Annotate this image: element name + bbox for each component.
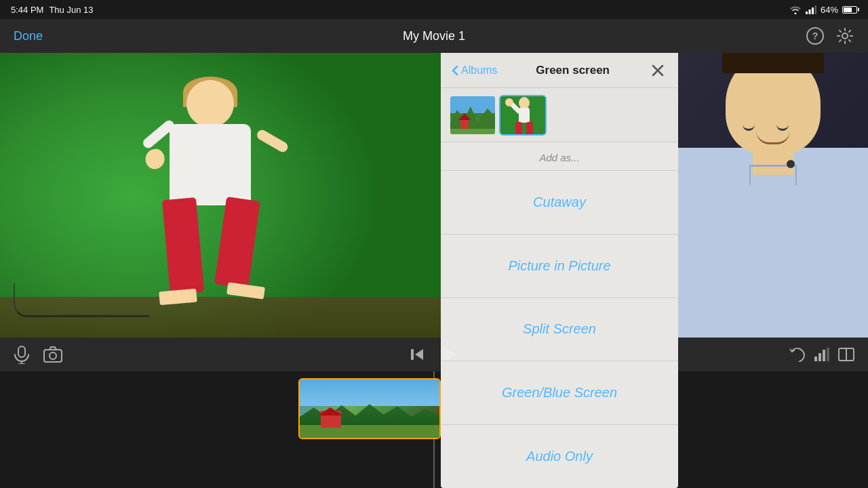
timeline-area: 20.6s — [0, 371, 868, 488]
svg-rect-28 — [526, 122, 533, 136]
toolbar-center: My Movie 1 — [403, 29, 465, 43]
face-bg — [678, 53, 868, 338]
menu-item-green-blue-screen[interactable]: Green/Blue Screen — [441, 361, 678, 424]
menu-item-picture-in-picture[interactable]: Picture in Picture — [441, 234, 678, 298]
face-hair — [722, 53, 824, 73]
menu-item-audio-only[interactable]: Audio Only — [441, 424, 678, 488]
help-button[interactable]: ? — [806, 26, 825, 45]
back-label: Albums — [461, 64, 497, 77]
chevron-left-icon — [452, 65, 458, 76]
menu-item-cutaway-label: Cutaway — [533, 195, 586, 210]
status-left: 5:44 PM Thu Jun 13 — [11, 5, 93, 15]
panel-title: Green screen — [505, 64, 640, 77]
skip-back-button[interactable] — [410, 347, 425, 362]
split-toggle-button[interactable] — [838, 348, 854, 361]
svg-point-30 — [505, 98, 513, 106]
clip-thumbnail — [300, 380, 439, 438]
svg-rect-15 — [823, 350, 825, 361]
person-arm-right — [255, 128, 290, 154]
movie-title: My Movie 1 — [403, 29, 465, 43]
camera-icon — [43, 346, 62, 363]
date-display: Thu Jun 13 — [49, 5, 93, 15]
time-display: 5:44 PM — [11, 5, 43, 15]
controls-right — [789, 347, 854, 362]
svg-rect-5 — [18, 346, 25, 357]
svg-rect-3 — [814, 5, 816, 14]
toolbar-left: Done — [14, 29, 43, 43]
svg-rect-2 — [812, 7, 814, 14]
status-bar: 5:44 PM Thu Jun 13 64% — [0, 0, 868, 19]
gear-icon — [836, 27, 854, 45]
volume-icon — [814, 348, 830, 361]
person-figure — [149, 80, 271, 304]
undo-icon — [789, 347, 806, 362]
camera-button[interactable] — [43, 346, 62, 363]
microphone-button[interactable] — [14, 345, 30, 364]
close-icon — [652, 64, 664, 77]
settings-button[interactable] — [835, 26, 854, 45]
wires — [14, 283, 149, 317]
undo-button[interactable] — [789, 347, 806, 362]
person-foot-right — [226, 282, 265, 299]
menu-item-split-screen[interactable]: Split Screen — [441, 298, 678, 361]
timeline-clip[interactable] — [298, 378, 441, 439]
face-area — [678, 53, 868, 338]
face-mic — [787, 160, 795, 168]
bottom-controls — [0, 338, 868, 371]
thumbnail-greenscreen[interactable] — [499, 95, 547, 136]
clip-sky — [300, 380, 439, 406]
svg-rect-22 — [460, 120, 469, 129]
help-icon: ? — [806, 27, 824, 45]
person-head — [186, 80, 234, 127]
thumbnail-greenscreen-img — [500, 96, 545, 134]
menu-item-cutaway[interactable]: Cutaway — [441, 170, 678, 234]
green-screen-bg — [0, 53, 441, 338]
svg-rect-1 — [808, 9, 810, 14]
svg-rect-27 — [515, 122, 522, 136]
done-button[interactable]: Done — [14, 29, 43, 43]
battery-icon — [842, 6, 857, 14]
toolbar-right: ? — [806, 26, 854, 45]
signal-icon — [806, 5, 816, 14]
wifi-icon — [789, 5, 802, 14]
volume-button[interactable] — [814, 348, 830, 361]
svg-rect-11 — [411, 349, 414, 360]
svg-rect-13 — [814, 357, 817, 361]
status-right: 64% — [789, 5, 857, 15]
svg-point-25 — [519, 97, 530, 109]
menu-item-audio-label: Audio Only — [526, 449, 593, 464]
add-as-label: Add as... — [441, 142, 678, 170]
microphone-icon — [14, 345, 30, 364]
person-leg-left — [162, 197, 204, 295]
svg-rect-8 — [44, 350, 62, 362]
skip-back-icon — [410, 347, 425, 362]
person-foot-left — [159, 289, 197, 306]
menu-item-pip-label: Picture in Picture — [508, 258, 610, 274]
close-button[interactable] — [648, 61, 667, 80]
person-body — [170, 124, 251, 205]
svg-marker-10 — [415, 349, 423, 360]
svg-rect-21 — [450, 129, 496, 136]
clip-building-roof — [318, 407, 342, 415]
thumbnail-landscape-img — [450, 96, 495, 134]
video-area — [0, 53, 441, 338]
thumbnail-landscape[interactable] — [449, 95, 496, 136]
svg-rect-0 — [806, 12, 808, 14]
top-toolbar: Done My Movie 1 ? — [0, 19, 868, 53]
panel-header: Albums Green screen — [441, 53, 678, 88]
person-hand — [144, 147, 166, 170]
svg-point-9 — [50, 352, 56, 359]
svg-rect-14 — [818, 353, 821, 361]
back-button[interactable]: Albums — [452, 64, 497, 77]
menu-item-greenblue-label: Green/Blue Screen — [502, 385, 617, 401]
thumbnails-row — [441, 88, 678, 142]
menu-item-split-label: Split Screen — [523, 321, 596, 337]
person-leg-right — [214, 197, 260, 289]
controls-left — [14, 345, 62, 364]
battery-percent: 64% — [821, 5, 838, 15]
menu-items: Cutaway Picture in Picture Split Screen … — [441, 170, 678, 488]
face-person — [678, 66, 868, 338]
split-icon — [838, 348, 854, 361]
svg-rect-16 — [827, 348, 829, 361]
svg-point-4 — [842, 33, 848, 39]
